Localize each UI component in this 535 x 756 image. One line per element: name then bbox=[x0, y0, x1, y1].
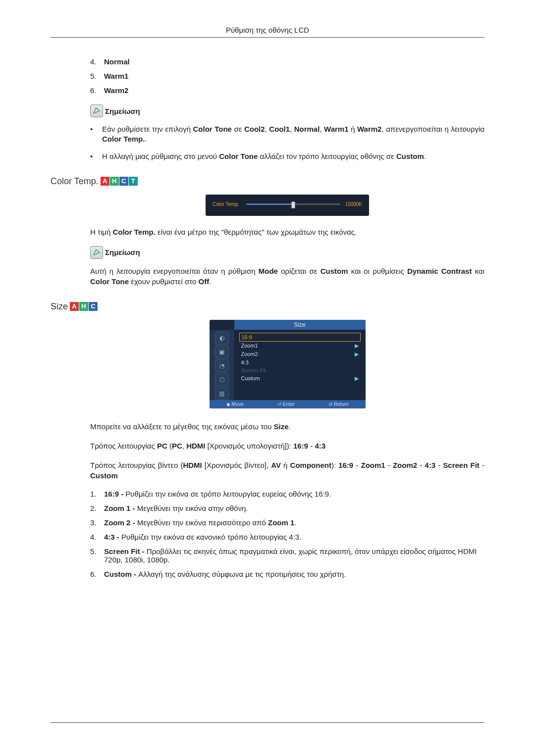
chevron-right-icon: ▶ bbox=[355, 351, 359, 357]
color-temp-screenshot: Color Temp. 10000K bbox=[206, 195, 369, 216]
footer-move: ◆ Move bbox=[226, 402, 244, 407]
footer-return: ↺ Return bbox=[328, 402, 349, 407]
sidebar-multi-icon[interactable]: ▥ bbox=[215, 387, 229, 400]
section-size-title: Size A H C bbox=[51, 302, 484, 312]
color-temp-note-body: Αυτή η λειτουργία ενεργοποιείται όταν η … bbox=[90, 266, 484, 287]
size-menu-list: 16:9 Zoom1▶ Zoom2▶ 4:3 Screen Fit Custom… bbox=[234, 330, 366, 400]
section-color-temp-title: Color Temp. A H C T bbox=[51, 176, 484, 187]
list-item: 3.Zoom 2 - Μεγεθύνει την εικόνα περισσότ… bbox=[90, 518, 484, 527]
badge-c-icon: C bbox=[119, 177, 128, 186]
size-option-zoom1[interactable]: Zoom1▶ bbox=[239, 342, 361, 350]
color-temp-slider-value: 10000K bbox=[345, 202, 362, 207]
slider-knob-icon[interactable] bbox=[291, 202, 295, 208]
size-option-zoom2[interactable]: Zoom2▶ bbox=[239, 350, 361, 358]
note-heading: Σημείωση bbox=[90, 104, 484, 117]
page-header-title: Ρύθμιση της οθόνης LCD bbox=[51, 26, 484, 34]
size-menu-footer: ◆ Move ⏎ Enter ↺ Return bbox=[210, 400, 366, 408]
chevron-right-icon: ▶ bbox=[355, 343, 359, 349]
note-label: Σημείωση bbox=[105, 107, 140, 115]
size-menu-sidebar: ◐ ▣ ◔ ⬡ ▥ bbox=[210, 330, 234, 400]
note-icon bbox=[90, 104, 103, 117]
list-item: 1.16:9 - Ρυθμίζει την εικόνα σε τρόπο λε… bbox=[90, 490, 484, 498]
sidebar-settings-icon[interactable]: ⬡ bbox=[215, 373, 229, 386]
list-item: 4. Normal bbox=[90, 57, 484, 66]
badge-a-icon: A bbox=[101, 177, 109, 186]
size-option-16-9[interactable]: 16:9 bbox=[239, 333, 361, 342]
chevron-right-icon: ▶ bbox=[355, 375, 359, 382]
size-para2: Τρόπος λειτουργίας PC (PC, HDMI [Χρονισμ… bbox=[90, 441, 484, 451]
color-temp-slider-label: Color Temp. bbox=[213, 202, 241, 207]
size-option-screen-fit: Screen Fit bbox=[239, 366, 361, 374]
content: 4. Normal 5. Warm1 6. Warm2 Σημείωση •Εά… bbox=[90, 57, 484, 578]
size-para1: Μπορείτε να αλλάξετε το μέγεθος της εικό… bbox=[90, 421, 484, 432]
color-temp-slider[interactable] bbox=[246, 203, 340, 205]
size-option-custom[interactable]: Custom▶ bbox=[239, 374, 361, 383]
bullet-item: •Εάν ρυθμίσετε την επιλογή Color Tone σε… bbox=[90, 124, 484, 145]
badge-h-icon: H bbox=[110, 177, 119, 186]
sidebar-input-icon[interactable]: ▣ bbox=[215, 346, 229, 358]
list-item: 4.4:3 - Ρυθμίζει την εικόνα σε κανονικό … bbox=[90, 533, 484, 541]
list-item: 6. Warm2 bbox=[90, 86, 484, 95]
size-options-list: 1.16:9 - Ρυθμίζει την εικόνα σε τρόπο λε… bbox=[90, 490, 484, 578]
badge-h-icon: H bbox=[79, 302, 88, 311]
size-menu-screenshot: Size ◐ ▣ ◔ ⬡ ▥ 16:9 Zoom1▶ Zoom2▶ 4:3 Sc… bbox=[210, 320, 366, 408]
color-temp-description: Η τιμή Color Temp. είναι ένα μέτρο της "… bbox=[90, 227, 484, 237]
sidebar-time-icon[interactable]: ◔ bbox=[215, 359, 229, 372]
badge-a-icon: A bbox=[70, 302, 79, 311]
header-divider bbox=[51, 37, 484, 38]
bullet-item: •Η αλλαγή μιας ρύθμισης στο μενού Color … bbox=[90, 151, 484, 161]
badge-t-icon: T bbox=[129, 177, 138, 186]
list-item: 2.Zoom 1 - Μεγεθύνει την εικόνα στην οθό… bbox=[90, 504, 484, 512]
footer-enter: ⏎ Enter bbox=[277, 402, 295, 407]
badge-c-icon: C bbox=[89, 302, 98, 311]
size-option-4-3[interactable]: 4:3 bbox=[239, 358, 361, 366]
sidebar-picture-icon[interactable]: ◐ bbox=[215, 332, 229, 345]
page: Ρύθμιση της οθόνης LCD 4. Normal 5. Warm… bbox=[0, 0, 535, 756]
list-item: 5. Warm1 bbox=[90, 72, 484, 80]
size-menu-title: Size bbox=[234, 320, 366, 330]
note-bullets: •Εάν ρυθμίσετε την επιλογή Color Tone σε… bbox=[90, 124, 484, 161]
footer-divider bbox=[51, 722, 484, 723]
list-item: 5.Screen Fit - Προβάλλει τις σκηνές όπως… bbox=[90, 547, 484, 564]
color-tone-options-continued: 4. Normal 5. Warm1 6. Warm2 bbox=[90, 57, 484, 95]
list-item: 6.Custom - Αλλαγή της ανάλυσης σύμφωνα μ… bbox=[90, 570, 484, 578]
note-label: Σημείωση bbox=[105, 248, 140, 256]
size-para3: Τρόπος λειτουργίας βίντεο (HDMI [Χρονισμ… bbox=[90, 460, 484, 481]
note-icon bbox=[90, 246, 103, 259]
note-heading: Σημείωση bbox=[90, 246, 484, 259]
